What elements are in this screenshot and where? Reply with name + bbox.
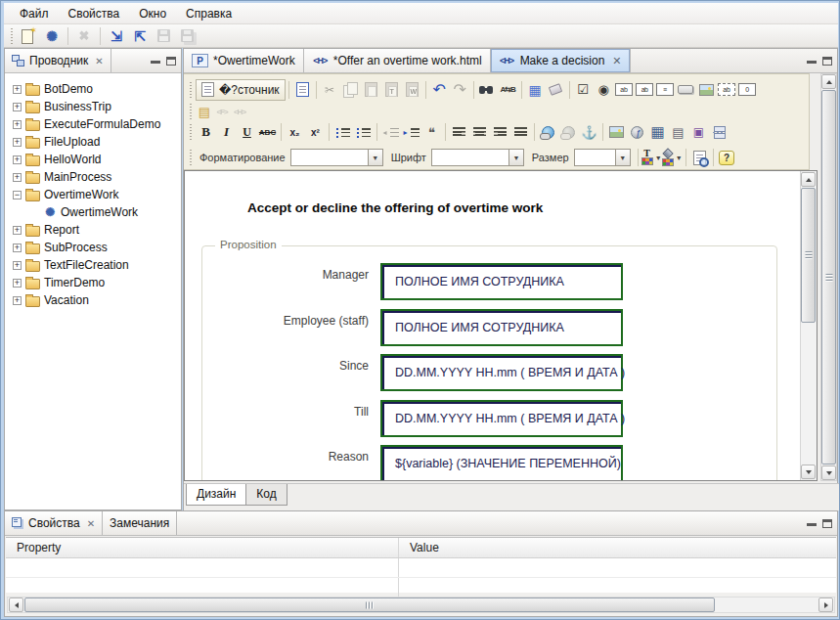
chevron-down-icon[interactable]: ▼ bbox=[676, 155, 683, 161]
tree-item-owertimework[interactable]: ✺OwertimeWork bbox=[5, 203, 181, 221]
minimize-icon[interactable] bbox=[807, 521, 817, 526]
expand-box-icon[interactable]: + bbox=[13, 296, 22, 305]
scrollbar-thumb[interactable] bbox=[821, 90, 836, 465]
blockquote-icon[interactable]: ❝ bbox=[421, 122, 442, 143]
bulleted-list-icon[interactable] bbox=[353, 122, 374, 143]
export-icon[interactable]: ⇱ bbox=[128, 25, 152, 47]
maximize-icon[interactable] bbox=[822, 57, 832, 66]
checkbox-icon[interactable]: ☑ bbox=[573, 79, 594, 100]
chevron-down-icon[interactable]: ▼ bbox=[655, 155, 662, 161]
toolbar-drag-handle[interactable] bbox=[189, 150, 193, 165]
image-icon[interactable] bbox=[606, 122, 627, 143]
editor-tab-offer-an-overtime-work-html[interactable]: <H>*Offer an overtime work.html bbox=[304, 49, 491, 72]
expand-box-icon[interactable]: + bbox=[13, 155, 22, 164]
redo-icon[interactable]: ↷ bbox=[450, 79, 470, 100]
table-row[interactable] bbox=[6, 558, 836, 578]
unlink-icon[interactable] bbox=[558, 122, 579, 143]
radio-button-icon[interactable]: ◉ bbox=[594, 79, 614, 100]
expand-box-icon[interactable]: + bbox=[13, 226, 22, 235]
scroll-down-icon[interactable] bbox=[821, 465, 836, 480]
form-field-box[interactable]: ${variable} (ЗНАЧЕНИЕ ПЕРЕМЕННОЙ) bbox=[380, 445, 623, 481]
undo-icon[interactable]: ↶ bbox=[429, 79, 450, 100]
link-icon[interactable] bbox=[538, 122, 558, 143]
import-icon[interactable]: ⇲ bbox=[105, 25, 128, 47]
minimize-icon[interactable] bbox=[807, 59, 817, 64]
bold-icon[interactable]: B bbox=[196, 122, 216, 143]
chevron-down-icon[interactable]: ▼ bbox=[508, 150, 523, 165]
tree-item-executeformulademo[interactable]: +ExecuteFormulaDemo bbox=[5, 115, 181, 133]
tree-item-report[interactable]: +Report bbox=[5, 221, 181, 239]
italic-icon[interactable]: I bbox=[216, 122, 237, 143]
form-field-box[interactable]: DD.MM.YYYY HH.mm ( ВРЕМЯ И ДАТА ) bbox=[380, 400, 623, 437]
tree-item-textfilecreation[interactable]: +TextFileCreation bbox=[5, 256, 181, 274]
size-select[interactable]: ▼ bbox=[574, 149, 631, 166]
underline-icon[interactable]: U bbox=[237, 122, 257, 143]
select-field-icon[interactable]: ab bbox=[635, 79, 655, 100]
text-color-icon[interactable]: ▼ bbox=[641, 148, 662, 168]
scroll-left-icon[interactable] bbox=[9, 598, 23, 612]
indent-icon[interactable] bbox=[401, 122, 421, 143]
expand-box-icon[interactable]: + bbox=[13, 173, 22, 182]
scrollbar-thumb[interactable] bbox=[801, 188, 816, 323]
save-icon[interactable] bbox=[152, 25, 175, 47]
editor-tab-owertimework[interactable]: P*OwertimeWork bbox=[184, 49, 304, 72]
justify-right-icon[interactable] bbox=[490, 122, 510, 143]
maximize-icon[interactable] bbox=[822, 519, 832, 528]
replace-icon[interactable]: A⇆B bbox=[498, 79, 518, 100]
tree-item-subprocess[interactable]: +SubProcess bbox=[5, 239, 181, 256]
outdent-icon[interactable] bbox=[380, 122, 401, 143]
page-break-icon[interactable] bbox=[709, 122, 729, 143]
tab-explorer[interactable]: Проводник ✕ bbox=[5, 49, 111, 72]
canvas-scrollbar[interactable] bbox=[800, 171, 817, 480]
menu-item-файл[interactable]: Файл bbox=[10, 4, 59, 23]
scroll-down-icon[interactable] bbox=[801, 465, 816, 479]
form-field-box[interactable]: ПОЛНОЕ ИМЯ СОТРУДНИКА bbox=[380, 309, 623, 346]
cut-icon[interactable]: ✂ bbox=[320, 79, 340, 100]
text-area-icon[interactable]: ab bbox=[717, 79, 737, 100]
delete-icon[interactable]: ✖ bbox=[72, 25, 96, 47]
expand-box-icon[interactable]: + bbox=[13, 85, 22, 94]
strikethrough-icon[interactable]: ABC bbox=[257, 122, 278, 143]
subscript-icon[interactable]: x₂ bbox=[285, 122, 305, 143]
flash-icon[interactable] bbox=[627, 122, 647, 143]
view-tab-код[interactable]: Код bbox=[245, 484, 287, 506]
font-select[interactable]: ▼ bbox=[431, 149, 524, 166]
templates-icon[interactable]: ▤ bbox=[196, 105, 213, 118]
tab-замечания[interactable]: Замечания bbox=[103, 511, 177, 535]
text-field-icon[interactable]: ab bbox=[614, 79, 635, 100]
expand-box-icon[interactable]: + bbox=[13, 244, 22, 252]
tree-item-fileupload[interactable]: +FileUpload bbox=[5, 133, 181, 151]
copy-icon[interactable] bbox=[340, 79, 361, 100]
tab-свойства[interactable]: Свойства✕ bbox=[5, 511, 103, 535]
tree-item-overtimework[interactable]: −OvertimeWork bbox=[5, 186, 181, 203]
tree-item-botdemo[interactable]: +BotDemo bbox=[5, 80, 181, 98]
expand-box-icon[interactable]: + bbox=[13, 120, 22, 129]
table-row[interactable] bbox=[6, 578, 836, 598]
help-icon[interactable]: ? bbox=[717, 148, 737, 168]
source-button[interactable]: �?сточник bbox=[196, 79, 286, 101]
justify-block-icon[interactable] bbox=[510, 122, 531, 143]
maximize-icon[interactable] bbox=[166, 57, 176, 66]
smiley-icon[interactable]: ▣ bbox=[688, 122, 709, 143]
numbered-list-icon[interactable] bbox=[332, 122, 353, 143]
list-box-icon[interactable]: ≡ bbox=[655, 79, 676, 100]
paste-word-icon[interactable] bbox=[402, 79, 422, 100]
toolbar-drag-handle[interactable] bbox=[189, 124, 193, 140]
column-header-value[interactable]: Value bbox=[399, 538, 836, 557]
close-icon[interactable]: ✕ bbox=[95, 56, 103, 66]
tree-item-businesstrip[interactable]: +BusinessTrip bbox=[5, 98, 181, 115]
collapse-box-icon[interactable]: − bbox=[13, 191, 22, 199]
expand-box-icon[interactable]: + bbox=[13, 103, 22, 111]
div-container-icon[interactable]: ▤ bbox=[668, 122, 688, 143]
paste-icon[interactable] bbox=[361, 79, 381, 100]
image-button-icon[interactable] bbox=[696, 79, 717, 100]
toolbar-drag-handle[interactable] bbox=[189, 82, 193, 98]
new-process-icon[interactable] bbox=[17, 25, 40, 47]
form-field-box[interactable]: DD.MM.YYYY HH.mm ( ВРЕМЯ И ДАТА ) bbox=[380, 354, 623, 391]
close-icon[interactable]: ✕ bbox=[612, 55, 621, 67]
select-all-icon[interactable]: ▦ bbox=[525, 79, 546, 100]
chevron-down-icon[interactable]: ▼ bbox=[368, 150, 382, 165]
scrollbar-thumb[interactable] bbox=[24, 598, 715, 612]
expand-box-icon[interactable]: + bbox=[13, 279, 22, 288]
html-tag-icon[interactable]: <H> bbox=[231, 105, 248, 118]
